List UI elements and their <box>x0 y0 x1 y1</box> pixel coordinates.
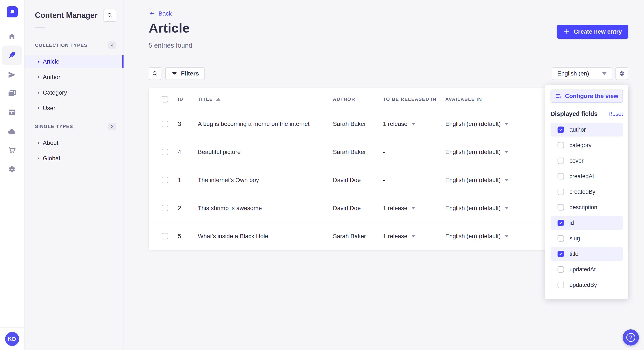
cell-id: 3 <box>178 121 198 127</box>
sidebar-media-library-icon[interactable] <box>8 89 16 98</box>
table-search-button[interactable] <box>149 67 162 80</box>
feather-icon <box>8 51 16 60</box>
sidebar-cloud-icon[interactable] <box>8 127 16 136</box>
page-title: Article <box>149 20 190 35</box>
checkbox[interactable] <box>558 173 564 179</box>
checkbox[interactable] <box>558 189 564 195</box>
filters-button[interactable]: Filters <box>165 67 205 80</box>
cell-title: What's inside a Black Hole <box>198 233 333 240</box>
displayed-fields-list: author category cover createdAt createdB… <box>550 123 623 292</box>
column-header-to-be-released-in[interactable]: TO BE RELEASED IN <box>383 97 445 102</box>
field-option-id[interactable]: id <box>550 216 623 230</box>
cell-title: This shrimp is awesome <box>198 205 333 212</box>
collection-types-header: COLLECTION TYPES 4 <box>24 41 124 49</box>
sidebar-releases-icon[interactable] <box>8 70 16 79</box>
subnav-item-about[interactable]: About <box>24 136 124 150</box>
strapi-logo-icon <box>8 8 16 15</box>
select-all-checkbox[interactable] <box>162 96 168 103</box>
cell-author: Sarah Baker <box>333 121 383 127</box>
list-toolbar: Filters English (en) <box>149 67 628 80</box>
chevron-down-icon <box>504 151 509 153</box>
chevron-down-icon <box>504 179 509 181</box>
row-checkbox[interactable] <box>162 177 168 183</box>
reset-link[interactable]: Reset <box>608 111 623 117</box>
single-types-header: SINGLE TYPES 2 <box>24 123 124 131</box>
checkbox[interactable] <box>558 127 564 133</box>
configure-the-view-button[interactable]: Configure the view <box>550 90 623 103</box>
single-types-label: SINGLE TYPES <box>35 124 73 129</box>
subnav-item-category[interactable]: Category <box>24 86 124 99</box>
view-settings-button[interactable] <box>616 67 628 80</box>
help-button[interactable]: ? <box>623 329 639 346</box>
field-option-updatedAt[interactable]: updatedAt <box>550 263 623 276</box>
cell-releases[interactable]: 1 release <box>383 233 445 240</box>
subnav-item-label: Author <box>43 74 60 81</box>
sidebar-home-icon[interactable] <box>8 32 16 41</box>
search-icon <box>107 12 113 18</box>
subnav-divider <box>35 27 45 28</box>
filter-icon <box>171 70 178 77</box>
subnav-item-user[interactable]: User <box>24 102 124 115</box>
toolbar-right-group: English (en) <box>552 67 628 80</box>
checkbox[interactable] <box>558 282 564 288</box>
checkbox[interactable] <box>558 158 564 164</box>
sidebar-content-type-builder-icon[interactable] <box>8 108 16 117</box>
checkbox[interactable] <box>558 220 564 226</box>
chevron-down-icon <box>504 235 509 237</box>
sidebar-settings-icon[interactable] <box>8 165 16 174</box>
cell-title: The internet's Own boy <box>198 177 333 183</box>
field-option-updatedBy[interactable]: updatedBy <box>550 278 623 292</box>
configure-the-view-label: Configure the view <box>565 93 618 100</box>
cell-title: Beautiful picture <box>198 149 333 156</box>
checkbox[interactable] <box>558 204 564 210</box>
icon-rail: KD <box>0 0 24 350</box>
subnav-item-label: Global <box>43 155 60 162</box>
row-checkbox[interactable] <box>162 205 168 211</box>
cell-releases[interactable]: 1 release <box>383 205 445 212</box>
field-option-author[interactable]: author <box>550 123 623 137</box>
chevron-down-icon <box>504 123 509 125</box>
checkbox[interactable] <box>558 266 564 273</box>
subnav-item-label: User <box>43 105 55 112</box>
locale-value: English (en) <box>557 70 589 77</box>
strapi-logo[interactable] <box>6 6 18 17</box>
subnav-item-author[interactable]: Author <box>24 71 124 84</box>
create-new-entry-button[interactable]: Create new entry <box>557 25 628 39</box>
sidebar-content-manager-active[interactable] <box>2 45 22 65</box>
field-option-category[interactable]: category <box>550 138 623 152</box>
column-header-id[interactable]: ID <box>178 97 198 102</box>
bullet-icon <box>38 76 40 78</box>
filters-label: Filters <box>181 70 199 77</box>
subnav-item-article[interactable]: Article <box>24 55 124 68</box>
check-icon <box>558 128 563 132</box>
user-avatar[interactable]: KD <box>5 332 19 346</box>
checkbox[interactable] <box>558 251 564 257</box>
main-content: Back Article 5 entries found Create new … <box>124 0 644 350</box>
field-option-createdAt[interactable]: createdAt <box>550 170 623 183</box>
cell-author: Sarah Baker <box>333 149 383 156</box>
field-option-slug[interactable]: slug <box>550 232 623 245</box>
locale-select[interactable]: English (en) <box>552 67 612 80</box>
row-checkbox[interactable] <box>162 233 168 239</box>
row-checkbox[interactable] <box>162 149 168 155</box>
back-link[interactable]: Back <box>149 10 172 17</box>
checkbox[interactable] <box>558 235 564 242</box>
field-option-createdBy[interactable]: createdBy <box>550 185 623 199</box>
arrow-left-icon <box>149 11 155 16</box>
subnav-search-button[interactable] <box>104 9 116 22</box>
collection-types-count-badge: 4 <box>108 41 116 49</box>
field-option-description[interactable]: description <box>550 200 623 214</box>
field-option-cover[interactable]: cover <box>550 154 623 168</box>
subnav-item-global[interactable]: Global <box>24 152 124 165</box>
column-header-title[interactable]: TITLE <box>198 97 333 102</box>
column-header-author[interactable]: AUTHOR <box>333 97 383 102</box>
cell-releases[interactable]: 1 release <box>383 121 445 127</box>
row-checkbox[interactable] <box>162 121 168 127</box>
cell-id: 4 <box>178 149 198 156</box>
entries-count: 5 entries found <box>149 42 192 49</box>
bullet-icon <box>38 61 40 62</box>
checkbox[interactable] <box>558 142 564 149</box>
field-option-title[interactable]: title <box>550 247 623 261</box>
cell-releases: - <box>383 177 445 183</box>
sidebar-marketplace-icon[interactable] <box>8 146 16 155</box>
